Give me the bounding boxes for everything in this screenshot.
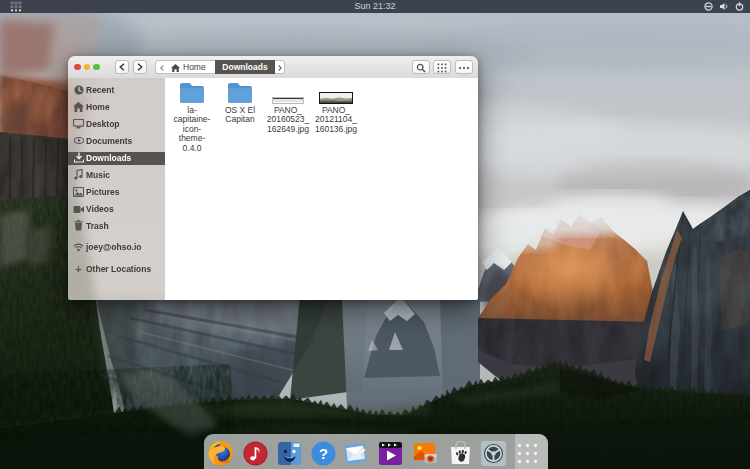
svg-text:?: ? [319,445,328,462]
